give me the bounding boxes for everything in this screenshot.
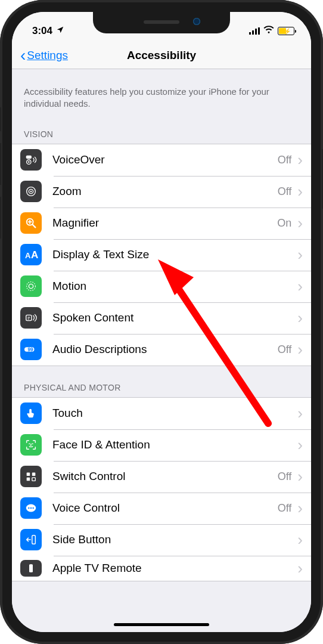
- row-label: Switch Control: [52, 470, 278, 483]
- svg-rect-23: [32, 535, 36, 544]
- row-value: On: [277, 217, 291, 230]
- svg-point-14: [32, 443, 33, 444]
- chevron-right-icon: ›: [297, 500, 303, 516]
- battery-charging-icon: ⚡: [278, 27, 294, 35]
- faceid-icon: [20, 434, 42, 456]
- motion-icon: [20, 275, 42, 297]
- svg-rect-15: [27, 473, 30, 476]
- chevron-left-icon: ‹: [20, 47, 26, 64]
- row-label: Voice Control: [52, 501, 278, 515]
- chevron-right-icon: ›: [297, 437, 303, 453]
- svg-rect-17: [27, 478, 30, 481]
- list-physical: Touch › Face ID & Attention ›: [12, 397, 311, 581]
- section-description: Accessibility features help you customiz…: [12, 69, 311, 113]
- row-label: Display & Text Size: [52, 248, 291, 261]
- display-text-icon: AA: [20, 244, 42, 265]
- row-audio-descriptions[interactable]: 99 Audio Descriptions Off ›: [12, 334, 311, 366]
- touch-icon: [20, 402, 42, 424]
- section-header-physical: PHYSICAL AND MOTOR: [12, 366, 311, 397]
- svg-text:A: A: [31, 249, 38, 261]
- chevron-right-icon: ›: [297, 215, 303, 231]
- audio-descriptions-icon: 99: [20, 339, 42, 360]
- row-value: Off: [278, 154, 292, 166]
- row-value: Off: [278, 470, 292, 483]
- chevron-right-icon: ›: [297, 561, 303, 576]
- row-apple-tv-remote[interactable]: Apple TV Remote ›: [12, 556, 311, 581]
- zoom-icon: [20, 181, 42, 202]
- svg-point-9: [27, 282, 36, 291]
- navigation-bar: ‹ Settings Accessibility: [12, 42, 311, 69]
- voice-control-icon: [20, 497, 42, 519]
- chevron-right-icon: ›: [297, 342, 303, 357]
- row-motion[interactable]: Motion ›: [12, 271, 311, 302]
- row-value: Off: [278, 502, 292, 515]
- location-arrow-icon: [56, 25, 64, 37]
- back-button[interactable]: ‹ Settings: [20, 42, 68, 69]
- row-zoom[interactable]: Zoom Off ›: [12, 176, 311, 208]
- home-indicator[interactable]: [114, 623, 209, 626]
- volume-up-button: [0, 143, 1, 185]
- chevron-right-icon: ›: [297, 532, 303, 547]
- row-label: Audio Descriptions: [52, 343, 278, 356]
- page-title: Accessibility: [127, 49, 196, 62]
- row-value: Off: [278, 185, 292, 198]
- section-header-vision: VISION: [12, 113, 311, 144]
- svg-point-20: [28, 507, 29, 509]
- magnifier-icon: [20, 212, 42, 234]
- back-label: Settings: [27, 49, 68, 62]
- svg-point-21: [30, 507, 32, 509]
- chevron-right-icon: ›: [297, 247, 303, 262]
- row-label: Face ID & Attention: [52, 438, 291, 451]
- row-label: Apple TV Remote: [52, 562, 291, 575]
- chevron-right-icon: ›: [297, 405, 303, 421]
- svg-point-5: [30, 191, 32, 193]
- chevron-right-icon: ›: [297, 310, 303, 326]
- row-label: Side Button: [52, 533, 291, 546]
- list-vision: VoiceOver Off › Zoom Off › Magni: [12, 144, 311, 366]
- row-magnifier[interactable]: Magnifier On ›: [12, 208, 311, 239]
- row-switch-control[interactable]: Switch Control Off ›: [12, 461, 311, 493]
- spoken-content-icon: [20, 307, 42, 329]
- wifi-icon: [263, 25, 274, 37]
- svg-rect-18: [32, 478, 36, 481]
- chevron-right-icon: ›: [297, 152, 303, 168]
- row-value: Off: [278, 343, 292, 356]
- svg-text:99: 99: [28, 347, 34, 352]
- volume-down-button: [0, 197, 1, 239]
- row-label: Touch: [52, 407, 291, 420]
- row-spoken-content[interactable]: Spoken Content ›: [12, 302, 311, 334]
- row-faceid[interactable]: Face ID & Attention ›: [12, 429, 311, 461]
- row-voiceover[interactable]: VoiceOver Off ›: [12, 144, 311, 176]
- svg-point-10: [29, 284, 33, 288]
- row-voice-control[interactable]: Voice Control Off ›: [12, 493, 311, 524]
- screen: 3:04 ⚡ ‹ Settings Accessibility: [12, 12, 311, 632]
- cellular-signal-icon: [249, 27, 260, 35]
- row-label: Spoken Content: [52, 311, 291, 324]
- row-label: Motion: [52, 280, 291, 293]
- voiceover-icon: [20, 149, 42, 171]
- svg-point-2: [28, 161, 30, 163]
- svg-rect-0: [26, 156, 32, 159]
- svg-rect-24: [29, 564, 33, 572]
- status-time: 3:04: [32, 25, 52, 37]
- svg-rect-11: [26, 315, 32, 320]
- row-label: Zoom: [52, 185, 278, 198]
- switch-control-icon: [20, 466, 42, 487]
- row-display-text-size[interactable]: AA Display & Text Size ›: [12, 239, 311, 271]
- svg-text:A: A: [25, 251, 31, 260]
- row-label: VoiceOver: [52, 153, 278, 166]
- chevron-right-icon: ›: [297, 184, 303, 199]
- svg-point-13: [29, 443, 30, 444]
- svg-rect-16: [32, 473, 36, 476]
- chevron-right-icon: ›: [297, 278, 303, 294]
- chevron-right-icon: ›: [297, 469, 303, 484]
- apple-tv-remote-icon: [20, 560, 42, 577]
- device-frame: 3:04 ⚡ ‹ Settings Accessibility: [0, 0, 323, 644]
- content-scroll[interactable]: Accessibility features help you customiz…: [12, 69, 311, 632]
- row-side-button[interactable]: Side Button ›: [12, 524, 311, 556]
- row-touch[interactable]: Touch ›: [12, 398, 311, 429]
- mute-switch: [0, 107, 1, 131]
- svg-point-22: [32, 507, 33, 509]
- notch: [93, 12, 230, 33]
- side-button-icon: [20, 529, 42, 550]
